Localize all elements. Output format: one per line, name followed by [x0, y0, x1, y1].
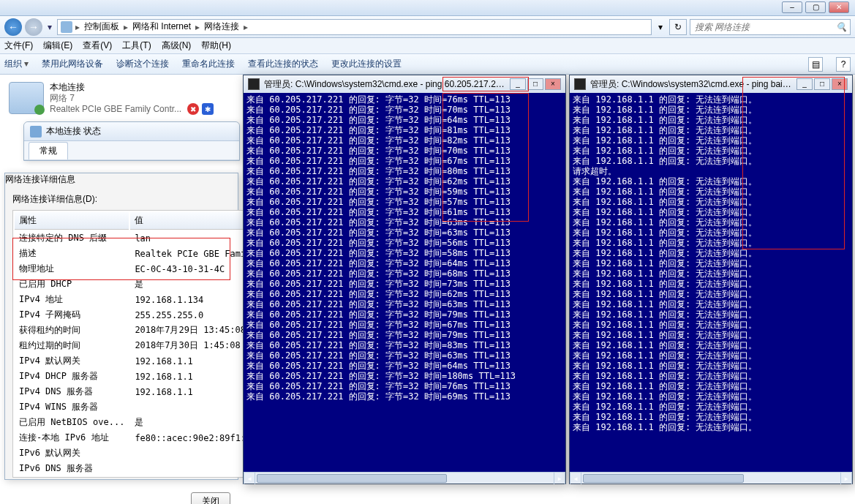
- search-box[interactable]: 🔍: [690, 19, 851, 35]
- table-row: 描述Realtek PCIe GBE Family Co: [15, 247, 282, 260]
- cmd1-maximize[interactable]: □: [527, 78, 543, 90]
- status-window-icon: [30, 126, 42, 138]
- menu-advanced[interactable]: 高级(N): [162, 40, 192, 52]
- property-cell: 已启用 DHCP: [15, 277, 129, 291]
- property-cell: 租约过期的时间: [15, 339, 129, 353]
- nav-forward-button[interactable]: →: [25, 18, 42, 36]
- property-cell: IPv4 WINS 服务器: [15, 400, 129, 414]
- cmd2-title: 管理员: C:\Windows\system32\cmd.exe - ping …: [590, 78, 792, 91]
- disable-device-button[interactable]: 禁用此网络设备: [42, 58, 103, 70]
- search-icon[interactable]: 🔍: [836, 22, 847, 32]
- view-status-button[interactable]: 查看此连接的状态: [248, 58, 318, 70]
- table-row: IPv4 子网掩码255.255.255.0: [15, 308, 282, 322]
- details-window-titlebar[interactable]: 网络连接详细信息: [5, 173, 238, 186]
- connection-details-window: 网络连接详细信息 网络连接详细信息(D): 属性 值 连接特定的 DNS 后缀l…: [4, 173, 238, 480]
- breadcrumb-sep: ▸: [122, 22, 129, 32]
- scroll-thumb[interactable]: [583, 474, 744, 483]
- scroll-right[interactable]: ▸: [554, 473, 565, 484]
- cmd2-maximize[interactable]: □: [814, 78, 830, 90]
- location-icon: [61, 21, 72, 33]
- table-row: 已启用 NetBIOS ove...是: [15, 415, 282, 429]
- table-row: IPv4 默认网关192.168.1.1: [15, 354, 282, 368]
- cmd1-title: 管理员: C:\Windows\system32\cmd.exe - ping …: [264, 78, 505, 91]
- table-row: 获得租约的时间2018年7月29日 13:45:08: [15, 323, 282, 337]
- main-content: 本地连接 网络 7 Realtek PCIe GBE Family Contr.…: [0, 75, 855, 504]
- organize-button[interactable]: 组织: [4, 58, 29, 70]
- property-cell: IPv4 DHCP 服务器: [15, 369, 129, 383]
- maximize-button[interactable]: ▢: [805, 1, 826, 13]
- breadcrumb-sep: ▸: [194, 22, 201, 32]
- cmd2-titlebar[interactable]: 管理员: C:\Windows\system32\cmd.exe - ping …: [570, 75, 852, 93]
- refresh-button[interactable]: ↻: [669, 19, 687, 35]
- tab-general[interactable]: 常规: [29, 142, 68, 159]
- menu-edit[interactable]: 编辑(E): [43, 40, 72, 52]
- breadcrumb[interactable]: ▸ 控制面板 ▸ 网络和 Internet ▸ 网络连接 ▸: [57, 19, 652, 35]
- connection-adapter: Realtek PCIe GBE Family Contr...: [50, 104, 181, 115]
- breadcrumb-item[interactable]: 网络和 Internet: [131, 20, 192, 33]
- close-details-button[interactable]: 关闭: [191, 492, 230, 504]
- bluetooth-icon: ✱: [202, 103, 214, 115]
- property-cell: IPv6 DNS 服务器: [15, 462, 129, 475]
- cmd2-close[interactable]: ×: [832, 78, 848, 90]
- table-row: IPv4 DHCP 服务器192.168.1.1: [15, 369, 282, 383]
- status-tabs: 常规: [24, 141, 239, 160]
- table-row: IPv6 DNS 服务器: [15, 462, 282, 475]
- menu-help[interactable]: 帮助(H): [201, 40, 231, 52]
- connection-status-window: 本地连接 状态 常规: [23, 121, 240, 161]
- col-property[interactable]: 属性: [15, 212, 129, 230]
- cmd2-minimize[interactable]: _: [796, 78, 813, 90]
- cmd1-close[interactable]: ×: [545, 78, 561, 90]
- property-cell: IPv4 子网掩码: [15, 308, 129, 322]
- cmd-window-ping-ip: 管理员: C:\Windows\system32\cmd.exe - ping …: [243, 75, 566, 484]
- breadcrumb-item[interactable]: 控制面板: [83, 20, 121, 33]
- command-bar: 组织 禁用此网络设备 诊断这个连接 重命名此连接 查看此连接的状态 更改此连接的…: [0, 54, 855, 75]
- help-button[interactable]: ?: [836, 57, 851, 72]
- minimize-button[interactable]: –: [782, 1, 802, 13]
- details-window-title: 网络连接详细信息: [5, 174, 75, 184]
- property-cell: 连接-本地 IPv6 地址: [15, 431, 129, 445]
- table-row: 租约过期的时间2018年7月30日 1:45:08: [15, 339, 282, 353]
- cmd1-titlebar[interactable]: 管理员: C:\Windows\system32\cmd.exe - ping …: [244, 75, 565, 93]
- cmd-window-ping-baidu: 管理员: C:\Windows\system32\cmd.exe - ping …: [569, 75, 853, 484]
- property-cell: 连接特定的 DNS 后缀: [15, 231, 129, 245]
- cmd1-minimize[interactable]: _: [510, 78, 526, 90]
- history-dropdown[interactable]: ▾: [45, 18, 54, 36]
- scroll-right[interactable]: ▸: [840, 473, 852, 484]
- cmd2-output: 来自 192.168.1.1 的回复: 无法连到端口。 来自 192.168.1…: [570, 93, 852, 472]
- status-window-titlebar[interactable]: 本地连接 状态: [24, 122, 239, 141]
- status-window-title: 本地连接 状态: [46, 125, 101, 138]
- scroll-left[interactable]: ◂: [570, 473, 581, 484]
- property-cell: IPv4 地址: [15, 293, 129, 306]
- cmd-icon: [574, 78, 586, 90]
- close-button[interactable]: ✕: [829, 1, 849, 13]
- explorer-titlebar: – ▢ ✕: [0, 0, 855, 16]
- details-label: 网络连接详细信息(D):: [12, 193, 230, 206]
- search-input[interactable]: [693, 21, 836, 33]
- view-layout-button[interactable]: ▤: [808, 57, 823, 72]
- nav-back-button[interactable]: ←: [4, 18, 22, 36]
- diagnose-button[interactable]: 诊断这个连接: [116, 58, 169, 70]
- rename-button[interactable]: 重命名此连接: [182, 58, 235, 70]
- menu-file[interactable]: 文件(F): [4, 40, 33, 52]
- menu-view[interactable]: 查看(V): [83, 40, 112, 52]
- cmd1-scrollbar[interactable]: ◂ ▸: [244, 472, 565, 484]
- error-icon: ✖: [187, 103, 199, 115]
- address-dropdown[interactable]: ▾: [655, 22, 666, 32]
- change-settings-button[interactable]: 更改此连接的设置: [331, 58, 402, 70]
- network-connection-item[interactable]: 本地连接 网络 7 Realtek PCIe GBE Family Contr.…: [9, 82, 228, 115]
- table-row: IPv6 默认网关: [15, 446, 282, 460]
- menu-tools[interactable]: 工具(T): [122, 40, 151, 52]
- property-cell: 获得租约的时间: [15, 323, 129, 337]
- breadcrumb-item[interactable]: 网络连接: [203, 20, 241, 33]
- cmd-icon: [248, 78, 260, 90]
- table-row: 已启用 DHCP是: [15, 277, 282, 291]
- breadcrumb-sep: ▸: [74, 22, 81, 32]
- property-cell: 描述: [15, 247, 129, 260]
- table-row: 物理地址EC-0C-43-10-31-4C: [15, 262, 282, 276]
- address-bar: ← → ▾ ▸ 控制面板 ▸ 网络和 Internet ▸ 网络连接 ▸ ▾ ↻…: [0, 16, 855, 38]
- scroll-left[interactable]: ◂: [244, 473, 255, 484]
- breadcrumb-sep: ▸: [242, 22, 249, 32]
- scroll-thumb[interactable]: [257, 474, 447, 483]
- property-cell: 物理地址: [15, 262, 129, 276]
- cmd2-scrollbar[interactable]: ◂ ▸: [570, 472, 852, 484]
